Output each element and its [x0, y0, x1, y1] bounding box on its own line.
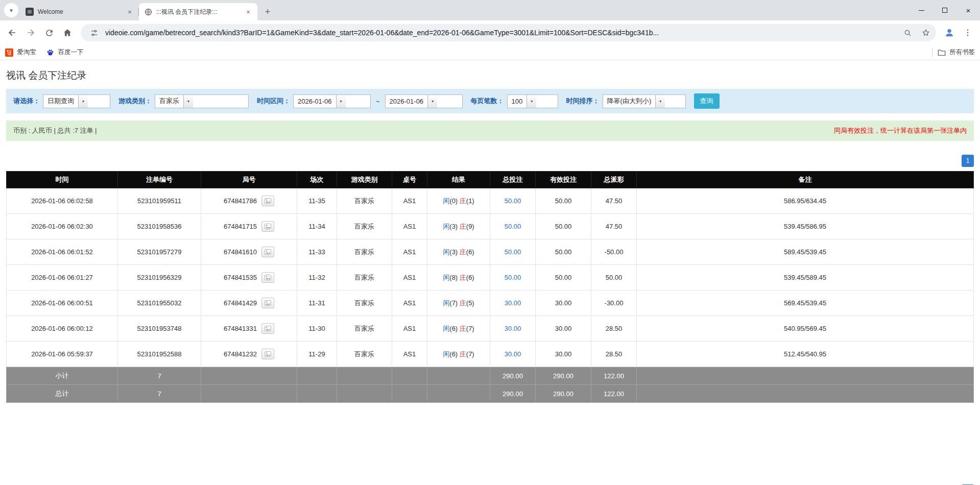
per-page-select[interactable]: 100 ▼ — [507, 94, 558, 108]
tab-search-chevron-icon[interactable]: ▾ — [4, 3, 18, 17]
cell-round: 674841429 — [201, 290, 297, 316]
page-content: 视讯 会员下注纪录 请选择： 日期查询 ▼ 游戏类别： 百家乐 ▼ 时间区间： … — [0, 60, 980, 485]
total-bet-link[interactable]: 50.00 — [505, 274, 521, 281]
bookmarks-divider — [932, 48, 933, 57]
col-header-total-bet: 总投注 — [490, 172, 536, 188]
reload-icon[interactable] — [41, 25, 57, 41]
total-bet-link[interactable]: 50.00 — [505, 197, 521, 205]
empty-cell — [337, 385, 392, 403]
cell-bet-id: 523101955032 — [118, 290, 201, 316]
empty-cell — [427, 367, 490, 385]
cell-session: 11-29 — [297, 342, 337, 367]
table-header-row: 时间 注单编号 局号 场次 游戏类别 桌号 结果 总投注 有效投注 总派彩 备注 — [7, 172, 974, 188]
round-number: 674841232 — [224, 350, 257, 358]
cell-game-kind: 百家乐 — [337, 188, 392, 214]
cell-payout: 28.50 — [591, 342, 637, 367]
empty-cell — [392, 367, 427, 385]
all-bookmarks-label: 所有书签 — [949, 48, 975, 57]
chevron-down-icon[interactable]: ▼ — [78, 95, 88, 108]
page-1-button[interactable]: 1 — [962, 155, 974, 167]
total-count: 7 — [118, 385, 201, 403]
round-image-button[interactable] — [261, 272, 274, 283]
bookmark-baidu[interactable]: 百度一下 — [46, 48, 84, 57]
cell-note: 586.95/634.45 — [637, 188, 974, 214]
total-bet-link[interactable]: 30.00 — [505, 299, 521, 307]
tab-welcome[interactable]: Welcome × — [20, 3, 139, 20]
cell-game-kind: 百家乐 — [337, 214, 392, 239]
cell-note: 539.45/589.45 — [637, 265, 974, 290]
total-bet-link[interactable]: 50.00 — [505, 248, 521, 256]
round-image-button[interactable] — [261, 323, 274, 334]
globe-icon — [144, 8, 152, 16]
profile-avatar-icon[interactable] — [941, 25, 958, 41]
total-bet-link[interactable]: 50.00 — [505, 223, 521, 230]
cell-note: 569.45/539.45 — [637, 290, 974, 316]
query-type-select[interactable]: 日期查询 ▼ — [43, 94, 110, 108]
total-bet-link[interactable]: 30.00 — [505, 350, 521, 358]
zoom-icon[interactable] — [900, 26, 915, 40]
forward-icon[interactable] — [22, 25, 39, 41]
round-image-button[interactable] — [261, 247, 274, 257]
url-text[interactable]: videoie.com/game/betrecord_search/kind3?… — [105, 29, 896, 37]
banker-result: 庄 — [460, 299, 466, 307]
bookmark-star-icon[interactable] — [919, 26, 933, 40]
page-title: 视讯 会员下注纪录 — [6, 60, 974, 89]
game-kind-label: 游戏类别： — [118, 96, 152, 106]
new-tab-button[interactable]: + — [260, 5, 275, 19]
tab-close-icon[interactable]: × — [244, 8, 252, 16]
subtotal-payout: 122.00 — [591, 367, 637, 385]
cell-result: 闲(3) 庄(6) — [427, 239, 490, 265]
cell-game-kind: 百家乐 — [337, 316, 392, 342]
back-icon[interactable] — [4, 25, 20, 41]
cell-game-kind: 百家乐 — [337, 342, 392, 367]
chevron-down-icon[interactable]: ▼ — [427, 95, 437, 108]
chevron-down-icon[interactable]: ▼ — [527, 95, 536, 108]
date-range-label: 时间区间： — [257, 96, 290, 106]
round-image-button[interactable] — [261, 221, 274, 232]
chevron-down-icon[interactable]: ▼ — [655, 95, 665, 108]
select-label: 请选择： — [13, 96, 40, 106]
menu-dots-icon[interactable] — [960, 25, 976, 41]
empty-cell — [297, 385, 337, 403]
site-info-icon[interactable] — [87, 26, 101, 40]
cell-bet-id: 523101953748 — [118, 316, 201, 342]
game-kind-select[interactable]: 百家乐 ▼ — [155, 94, 249, 108]
close-window-button[interactable]: × — [957, 0, 980, 20]
total-bet-link[interactable]: 30.00 — [505, 325, 521, 332]
maximize-button[interactable] — [933, 0, 957, 20]
subtotal-total-bet: 290.00 — [490, 367, 536, 385]
cell-result: 闲(6) 庄(7) — [427, 316, 490, 342]
banker-result: 庄 — [460, 248, 466, 256]
search-button[interactable]: 查询 — [694, 93, 720, 109]
minimize-button[interactable] — [910, 0, 933, 20]
tab-betrecord[interactable]: :::视讯 会员下注纪录::: × — [139, 3, 257, 20]
round-image-button[interactable] — [261, 349, 274, 359]
round-image-button[interactable] — [261, 196, 274, 206]
cell-total-bet: 30.00 — [490, 316, 536, 342]
round-number: 674841331 — [224, 325, 257, 332]
sort-select[interactable]: 降幂(由大到小) ▼ — [603, 94, 686, 108]
tab-close-icon[interactable]: × — [126, 8, 134, 16]
cell-time: 2026-01-06 06:00:51 — [7, 290, 118, 316]
cell-payout: -50.00 — [591, 239, 637, 265]
cell-table-no: AS1 — [392, 290, 427, 316]
date-start-select[interactable]: 2026-01-06 ▼ — [293, 94, 371, 108]
cell-session: 11-30 — [297, 316, 337, 342]
cell-bet-id: 523101958536 — [118, 214, 201, 239]
home-icon[interactable] — [59, 25, 76, 41]
bookmark-aitaobao[interactable]: 爱淘宝 — [5, 48, 36, 57]
empty-cell — [392, 385, 427, 403]
round-number: 674841429 — [224, 299, 257, 307]
chevron-down-icon[interactable]: ▼ — [183, 95, 193, 108]
round-number: 674841610 — [224, 248, 257, 256]
all-bookmarks-button[interactable]: 所有书签 — [938, 48, 975, 57]
date-end-select[interactable]: 2026-01-06 ▼ — [385, 94, 463, 108]
cell-table-no: AS1 — [392, 265, 427, 290]
round-image-button[interactable] — [261, 298, 274, 308]
address-bar[interactable]: videoie.com/game/betrecord_search/kind3?… — [81, 24, 936, 41]
cell-valid-bet: 30.00 — [536, 342, 591, 367]
chevron-down-icon[interactable]: ▼ — [336, 95, 346, 108]
cell-valid-bet: 30.00 — [536, 290, 591, 316]
cell-round: 674841331 — [201, 316, 297, 342]
player-result: 闲 — [443, 248, 449, 256]
